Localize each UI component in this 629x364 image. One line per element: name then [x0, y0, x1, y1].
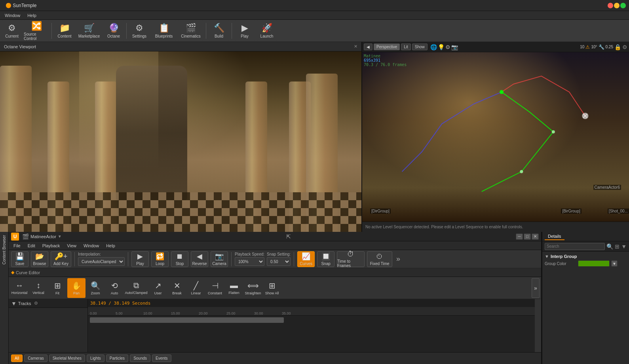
matinee-menu-view[interactable]: View [64, 243, 80, 249]
matinee-maximize-btn[interactable]: □ [524, 233, 531, 240]
filter-cameras-btn[interactable]: Cameras [24, 355, 48, 362]
matinee-browse-btn[interactable]: 📂 Browse [31, 251, 48, 267]
matinee-camera-btn[interactable]: 📷 Camera [211, 251, 228, 267]
viewport-row: Octane Viewport ✕ [0, 42, 629, 232]
matinee-menu-playback[interactable]: Playback [39, 243, 63, 249]
color-expand-btn[interactable]: ▼ [611, 260, 618, 267]
ruler-20: 20.00 [199, 311, 208, 315]
matinee-dropdown-arrow[interactable]: ▼ [58, 234, 62, 239]
build-button[interactable]: 🔨 Build [209, 21, 229, 41]
ct-show-all-btn[interactable]: ⊞ Show All [263, 278, 281, 298]
ct-break-btn[interactable]: ✕ Break [168, 278, 186, 298]
snap-setting-select[interactable]: 0.50 [267, 257, 291, 266]
vp-icon-4[interactable]: 📷 [451, 44, 458, 50]
filter-sounds-btn[interactable]: Sounds [130, 355, 150, 362]
ct-user-btn[interactable]: ↗ User [149, 278, 167, 298]
ct-horizontal-btn[interactable]: ↔ Horizontal [10, 278, 29, 298]
menu-help[interactable]: Help [24, 12, 40, 19]
matinee-actor-dropdown[interactable]: MatineeActor [30, 234, 56, 239]
filter-all-btn[interactable]: All [11, 355, 23, 362]
launch-button[interactable]: 🚀 Launch [257, 21, 277, 41]
vp-perspective-button[interactable]: Perspective [374, 44, 400, 50]
matinee-stop-btn[interactable]: ⏹ Stop [171, 251, 188, 267]
blueprints-button[interactable]: 📋 Blueprints [151, 21, 177, 41]
matinee-snap-btn[interactable]: 🔲 Snap [317, 251, 334, 267]
matinee-win-controls: ─ □ ✕ [516, 233, 539, 240]
camera-icon: 📷 [215, 252, 224, 261]
matinee-curves-btn[interactable]: 📈 Curves [297, 251, 315, 267]
ct-auto-clamped-btn[interactable]: ⧉ Auto/Clamped [124, 278, 148, 298]
vp-lit-button[interactable]: Lit [401, 44, 411, 50]
minimize-btn[interactable] [614, 3, 619, 8]
ct-zoom-btn[interactable]: 🔍 Zoom [86, 278, 105, 298]
matinee-close-btn[interactable]: ✕ [532, 233, 539, 240]
group-color-swatch[interactable] [578, 260, 610, 267]
vp-settings-icon[interactable]: ⚙ [622, 44, 627, 50]
filter-events-btn[interactable]: Events [152, 355, 171, 362]
matinee-time-frames-btn[interactable]: ⏱ Time to Frames [337, 251, 365, 267]
vp-back-button[interactable]: ◀ [364, 44, 372, 50]
expand-right-icon[interactable]: » [396, 255, 400, 263]
timeline-scrollbar[interactable] [535, 299, 541, 352]
search-icon[interactable]: 🔍 [606, 243, 613, 250]
close-btn[interactable] [608, 3, 613, 8]
matinee-menu-file[interactable]: File [10, 243, 24, 249]
octane-tab-close[interactable]: ✕ [354, 44, 357, 49]
tracks-timeline[interactable]: 38.149 / 38.149 Seconds 0.00 5.00 10.00 … [88, 299, 541, 352]
curve-toolbar-expand[interactable]: » [532, 278, 540, 298]
ct-linear-btn[interactable]: ╱ Linear [187, 278, 205, 298]
filter-lights-btn[interactable]: Lights [87, 355, 105, 362]
matinee-menu-help[interactable]: Help [103, 243, 118, 249]
ct-vertical-btn[interactable]: ↕ Vertical [29, 278, 48, 298]
ct-flatten-btn[interactable]: ▬ Flatten [225, 278, 243, 298]
current-button[interactable]: ⚙ Current [2, 21, 22, 41]
matinee-play-btn[interactable]: ▶ Play [131, 251, 149, 267]
ct-constant-btn[interactable]: ⊣ Constant [206, 278, 224, 298]
filter-particles-btn[interactable]: Particles [106, 355, 128, 362]
matinee-reverse-btn[interactable]: ◀ Reverse [191, 251, 208, 267]
source-control-button[interactable]: 🔀 Source Control [24, 21, 49, 41]
vp-icon-2[interactable]: 💡 [438, 44, 445, 50]
content-button[interactable]: 📁 Content [54, 21, 75, 41]
matinee-menu-window[interactable]: Window [80, 243, 102, 249]
matinee-minimize-btn[interactable]: ─ [516, 233, 523, 240]
octane-viewport[interactable]: Octane Viewport ✕ [0, 42, 362, 232]
filter-skeletal-btn[interactable]: Skeletal Meshes [49, 355, 85, 362]
details-search-input[interactable] [545, 243, 605, 250]
vertical-icon: ↕ [36, 281, 40, 290]
ct-fit-btn[interactable]: ⊞ Fit [48, 278, 67, 298]
right-vp-toolbar: ◀ Perspective Lit Show 🌐 💡 ⚙ 📷 10 ⚠ 10° … [362, 42, 629, 52]
vp-icon-3[interactable]: ⚙ [445, 44, 450, 50]
details-tab[interactable]: Details [545, 233, 564, 240]
play-button[interactable]: ▶ Play [234, 21, 255, 41]
menu-window[interactable]: Window [2, 12, 23, 19]
content-browser-side-tab[interactable]: Content Browser [1, 233, 7, 266]
matinee-menu-edit[interactable]: Edit [25, 243, 38, 249]
matinee-fixed-time-btn[interactable]: ⏲ Fixed Time [367, 251, 392, 267]
vp-lock-icon[interactable]: 🔒 [614, 44, 621, 50]
tracks-settings-icon[interactable]: ⚙ [34, 301, 38, 306]
details-filter-icon[interactable]: ▼ [621, 243, 627, 250]
settings-button[interactable]: ⚙ Settings [129, 21, 150, 41]
matinee-loop-btn[interactable]: 🔁 Loop [151, 251, 169, 267]
matinee-expand-icon[interactable]: ⇱ [286, 233, 291, 240]
cinematics-button[interactable]: 🎬 Cinematics [178, 21, 203, 41]
vp-show-button[interactable]: Show [412, 44, 428, 50]
tracks-collapse-icon[interactable]: ▼ [11, 300, 17, 307]
matinee-save-btn[interactable]: 💾 Save [11, 251, 29, 267]
ct-pan-btn[interactable]: ✋ Pan [67, 278, 86, 298]
octane-button[interactable]: 🔮 Octane [103, 21, 124, 41]
matinee-add-key-btn[interactable]: 🔑+ Add Key [51, 251, 71, 267]
maximize-btn[interactable] [620, 3, 626, 8]
group-collapse-arrow[interactable]: ▼ [545, 254, 549, 259]
octane-viewport-tab[interactable]: Octane Viewport ✕ [0, 42, 361, 51]
main-area: Octane Viewport ✕ [0, 42, 629, 364]
details-grid-icon[interactable]: ⊞ [615, 243, 619, 250]
marketplace-button[interactable]: 🛒 Marketplace [76, 21, 102, 41]
interpolation-select[interactable]: CurveAutoClamped [78, 257, 125, 266]
vp-icon-1[interactable]: 🌐 [430, 44, 437, 50]
tracks-list[interactable] [9, 308, 87, 352]
ct-straighten-btn[interactable]: ⟺ Straighten [244, 278, 262, 298]
playback-speed-select[interactable]: 100% [235, 257, 264, 266]
ct-auto-btn[interactable]: ⟲ Auto [105, 278, 124, 298]
